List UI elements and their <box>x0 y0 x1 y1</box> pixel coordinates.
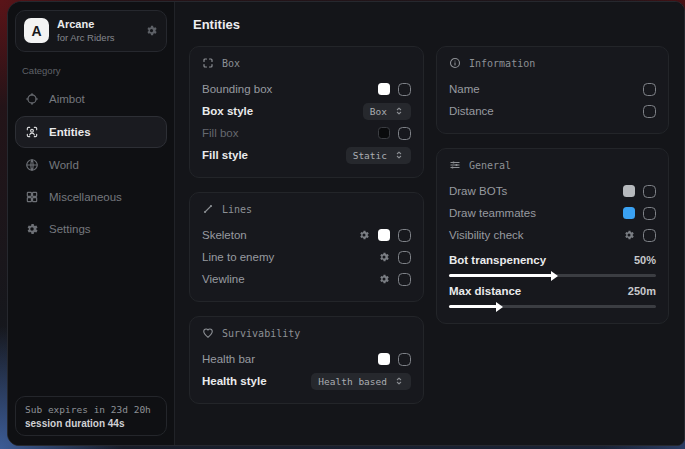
setting-row-distance: Distance <box>449 100 656 122</box>
setting-row-name: Name <box>449 78 656 100</box>
setting-label: Viewline <box>202 273 245 285</box>
setting-label: Fill style <box>202 149 248 161</box>
slider-value: 50% <box>634 254 656 266</box>
panel-title: Information <box>469 58 535 69</box>
setting-row-health-style: Health style Health based <box>202 370 411 392</box>
fill-style-dropdown[interactable]: Static <box>346 147 411 164</box>
globe-icon <box>25 158 39 172</box>
setting-label: Visibility check <box>449 229 524 241</box>
checkbox[interactable] <box>398 273 411 286</box>
slider-fill <box>449 274 553 277</box>
sidebar-item-miscellaneous[interactable]: Miscellaneous <box>15 182 167 212</box>
checkbox[interactable] <box>643 105 656 118</box>
sidebar-item-aimbot[interactable]: Aimbot <box>15 84 167 114</box>
overlay-window: A Arcane for Arc Riders Category Aimbot … <box>7 1 685 446</box>
slider-value: 250m <box>628 285 656 297</box>
entities-icon <box>25 125 39 139</box>
box-style-dropdown[interactable]: Box <box>363 103 411 120</box>
setting-label: Box style <box>202 105 253 117</box>
bot-transparency-slider[interactable] <box>449 274 656 277</box>
color-swatch[interactable] <box>378 229 390 241</box>
setting-label: Bounding box <box>202 83 272 95</box>
setting-label: Health style <box>202 375 267 387</box>
sliders-icon <box>449 159 461 171</box>
dropdown-value: Health based <box>318 376 387 387</box>
corners-icon <box>202 57 214 69</box>
color-swatch[interactable] <box>623 207 635 219</box>
color-swatch[interactable] <box>378 353 390 365</box>
gear-icon[interactable] <box>623 229 635 241</box>
setting-label: Draw teammates <box>449 207 536 219</box>
setting-row-fill-box: Fill box <box>202 122 411 144</box>
checkbox[interactable] <box>398 127 411 140</box>
gear-icon[interactable] <box>358 229 370 241</box>
setting-row-draw-teammates: Draw teammates <box>449 202 656 224</box>
checkbox[interactable] <box>643 229 656 242</box>
app-titles: Arcane for Arc Riders <box>57 18 115 44</box>
setting-row-line-to-enemy: Line to enemy <box>202 246 411 268</box>
panel-box-header: Box <box>202 57 411 69</box>
sidebar-item-label: Settings <box>49 223 91 235</box>
grid-icon <box>25 190 39 204</box>
panel-lines: Lines Skeleton Line to enem <box>189 192 424 302</box>
sidebar-item-label: World <box>49 159 79 171</box>
panel-box: Box Bounding box Box style Box <box>189 46 424 178</box>
panel-title: Box <box>222 58 240 69</box>
color-swatch[interactable] <box>623 185 635 197</box>
color-swatch[interactable] <box>378 127 390 139</box>
panel-title: General <box>469 160 511 171</box>
health-style-dropdown[interactable]: Health based <box>311 373 411 390</box>
app-header-card: A Arcane for Arc Riders <box>15 10 167 52</box>
app-logo: A <box>24 18 49 43</box>
setting-label: Bot transpenency <box>449 254 546 266</box>
sidebar-item-label: Entities <box>49 126 91 138</box>
checkbox[interactable] <box>398 83 411 96</box>
panel-general: General Draw BOTs Draw teammates <box>436 148 669 324</box>
setting-row-health-bar: Health bar <box>202 348 411 370</box>
gear-icon <box>25 222 39 236</box>
setting-row-box-style: Box style Box <box>202 100 411 122</box>
dropdown-value: Static <box>353 150 387 161</box>
panel-title: Survivability <box>222 328 300 339</box>
setting-label: Distance <box>449 105 494 117</box>
max-distance-slider[interactable] <box>449 305 656 308</box>
setting-row-max-distance: Max distance 250m <box>449 282 656 308</box>
sidebar-item-label: Miscellaneous <box>49 191 122 203</box>
setting-row-skeleton: Skeleton <box>202 224 411 246</box>
sidebar-item-world[interactable]: World <box>15 150 167 180</box>
setting-label: Line to enemy <box>202 251 274 263</box>
checkbox[interactable] <box>398 229 411 242</box>
panel-general-header: General <box>449 159 656 171</box>
crosshair-icon <box>25 92 39 106</box>
checkbox[interactable] <box>643 83 656 96</box>
panel-title: Lines <box>222 204 252 215</box>
checkbox[interactable] <box>643 207 656 220</box>
chevron-up-down-icon <box>394 376 404 386</box>
panel-information-header: Information <box>449 57 656 69</box>
checkbox[interactable] <box>643 185 656 198</box>
slider-fill <box>449 305 497 308</box>
session-duration-text: session duration 44s <box>25 418 157 429</box>
setting-label: Fill box <box>202 127 238 139</box>
sidebar-item-entities[interactable]: Entities <box>15 116 167 148</box>
sidebar-item-settings[interactable]: Settings <box>15 214 167 244</box>
setting-label: Skeleton <box>202 229 247 241</box>
gear-icon[interactable] <box>378 251 390 263</box>
sub-expires-text: Sub expires in 23d 20h <box>25 404 157 415</box>
checkbox[interactable] <box>398 251 411 264</box>
chevron-up-down-icon <box>394 106 404 116</box>
setting-label: Name <box>449 83 480 95</box>
setting-row-viewline: Viewline <box>202 268 411 290</box>
gear-icon[interactable] <box>378 273 390 285</box>
setting-row-draw-bots: Draw BOTs <box>449 180 656 202</box>
page-title: Entities <box>193 17 669 32</box>
subscription-card: Sub expires in 23d 20h session duration … <box>15 396 167 436</box>
chevron-up-down-icon <box>394 150 404 160</box>
gear-icon[interactable] <box>145 24 158 37</box>
checkbox[interactable] <box>398 353 411 366</box>
info-icon <box>449 57 461 69</box>
color-swatch[interactable] <box>378 83 390 95</box>
panel-lines-header: Lines <box>202 203 411 215</box>
panel-survivability-header: Survivability <box>202 327 411 339</box>
app-name: Arcane <box>57 18 115 32</box>
